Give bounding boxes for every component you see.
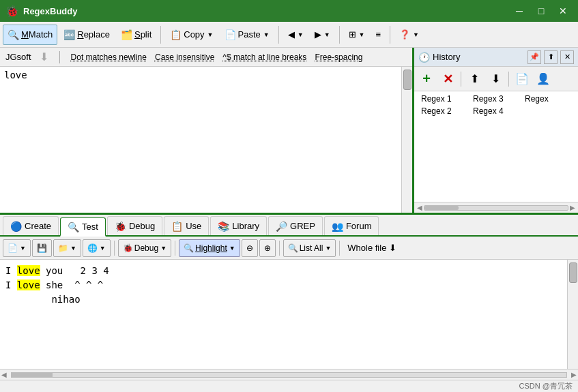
history-scrollbar[interactable]: ◀ ▶ <box>414 202 578 213</box>
hist-sep-2 <box>508 72 509 87</box>
test-tab-label: Test <box>82 222 98 232</box>
history-pin-button[interactable]: 📌 <box>528 50 541 64</box>
tab-forum[interactable]: 👥 Forum <box>324 216 379 235</box>
debug-label: Debug <box>134 243 158 253</box>
regex-scrollbar-thumb[interactable] <box>403 70 411 90</box>
tab-grep[interactable]: 🔎 GREP <box>268 216 323 235</box>
scroll-thumb[interactable] <box>424 206 459 210</box>
list-all-dropdown: ▼ <box>325 245 331 252</box>
history-col2-header[interactable]: Regex 3 <box>470 93 522 104</box>
test-scrollbar[interactable] <box>567 260 578 369</box>
bottom-scrollbar[interactable]: ◀ ▶ <box>0 369 578 380</box>
app-icon: 🐞 <box>5 5 19 18</box>
grep-tab-label: GREP <box>290 221 315 231</box>
search-icon: 🔍 <box>288 243 298 253</box>
history-detach-button[interactable]: ⬆ <box>544 50 558 64</box>
test-area[interactable]: I love you 2 3 4 I love she ^ ^ ^ nihao <box>0 260 567 369</box>
minimize-button[interactable]: ─ <box>510 3 529 18</box>
bottom-scroll-thumb[interactable] <box>12 373 53 377</box>
history-col3-header[interactable]: Regex <box>522 93 574 104</box>
split-button[interactable]: 🗂️ Split <box>116 25 156 45</box>
test-scrollbar-thumb[interactable] <box>569 262 577 283</box>
zoom-out-button[interactable]: ⊖ <box>242 239 258 257</box>
grid-icon: ⊞ <box>349 29 356 40</box>
regex-content: love <box>4 70 27 80</box>
history-down-button[interactable]: ⬇ <box>486 70 505 88</box>
history-close-button[interactable]: ✕ <box>560 50 574 64</box>
highlight-button[interactable]: 🔍 Highlight ▼ <box>179 239 240 257</box>
bottom-scroll-right[interactable]: ▶ <box>570 371 578 378</box>
debug-button[interactable]: 🐞 Debug ▼ <box>118 239 171 257</box>
line3-content: nihao <box>5 294 81 305</box>
jgsoft-selector[interactable]: JGsoft <box>5 52 31 62</box>
test-tab-icon: 🔍 <box>68 222 79 232</box>
close-button[interactable]: ✕ <box>553 3 573 18</box>
tab-use[interactable]: 📋 Use <box>164 216 209 235</box>
regex-panel: JGsoft ⬇ Dot matches newline Case insens… <box>0 48 414 213</box>
bottom-scroll-left[interactable]: ◀ <box>0 371 8 378</box>
line1-match: love <box>17 265 40 276</box>
match-button[interactable]: 🔍 MMatch <box>3 25 57 45</box>
scroll-track <box>424 205 568 211</box>
open-dropdown: ▼ <box>70 245 76 252</box>
history-delete-button[interactable]: ✕ <box>438 70 457 88</box>
library-tab-icon: 📚 <box>218 221 229 232</box>
zoom-in-icon: ⊕ <box>264 243 271 253</box>
highlight-label: Highlight <box>195 243 227 253</box>
line1-suffix: you 2 3 4 <box>40 265 109 276</box>
options-bar: JGsoft ⬇ Dot matches newline Case insens… <box>0 48 412 67</box>
paste-dropdown-arrow: ▼ <box>263 31 270 38</box>
debug-tab-label: Debug <box>129 221 155 231</box>
tab-library[interactable]: 📚 Library <box>210 216 267 235</box>
forward-dropdown-arrow: ▼ <box>324 31 330 38</box>
new-file-button[interactable]: 📄 ▼ <box>3 239 31 257</box>
regex-editor[interactable]: love <box>0 67 401 213</box>
debug-tab-icon: 🐞 <box>115 221 126 232</box>
replace-button[interactable]: 🔤 Replace <box>59 25 115 45</box>
down-icon: ⬇ <box>491 72 500 85</box>
history-up-button[interactable]: ⬆ <box>465 70 484 88</box>
case-insensitive-option[interactable]: Case insensitive <box>155 52 214 62</box>
tab-debug[interactable]: 🐞 Debug <box>107 216 162 235</box>
paste-button[interactable]: 📄 Paste ▼ <box>220 25 274 45</box>
copy-button[interactable]: 📋 Copy ▼ <box>165 25 218 45</box>
debug-dropdown: ▼ <box>160 245 167 252</box>
forward-icon: ▶ <box>315 29 321 40</box>
history-user-button[interactable]: 👤 <box>534 70 553 88</box>
back-button[interactable]: ◀ ▼ <box>283 25 308 45</box>
up-icon: ⬆ <box>470 72 479 85</box>
history-add-button[interactable]: + <box>417 70 436 88</box>
grid-button[interactable]: ⊞ ▼ <box>344 25 370 45</box>
forward-button[interactable]: ▶ ▼ <box>310 25 335 45</box>
use-tab-icon: 📋 <box>171 221 183 232</box>
delete-icon: ✕ <box>443 72 453 87</box>
scroll-right-arrow[interactable]: ▶ <box>568 204 577 211</box>
toolbar-separator-1 <box>160 26 161 44</box>
caret-dollar-option[interactable]: ^$ match at line breaks <box>222 52 306 62</box>
dot-newline-option[interactable]: Dot matches newline <box>71 52 147 62</box>
history-panel: 🕐 History 📌 ⬆ ✕ + ✕ ⬆ ⬇ 📄 <box>414 48 578 213</box>
scroll-left-arrow[interactable]: ◀ <box>416 204 424 211</box>
history-col1-header[interactable]: Regex 1 <box>418 93 470 104</box>
history-row2-col1[interactable]: Regex 2 <box>418 106 470 117</box>
tab-create[interactable]: 🔵 Create <box>3 216 59 235</box>
replace-label: Replace <box>77 29 110 40</box>
split-label: Split <box>134 29 151 40</box>
save-button[interactable]: 💾 <box>32 239 52 257</box>
open-button[interactable]: 📁 ▼ <box>53 239 81 257</box>
zoom-in-button[interactable]: ⊕ <box>259 239 276 257</box>
history-page-button[interactable]: 📄 <box>512 70 532 88</box>
tab-test[interactable]: 🔍 Test <box>60 217 106 237</box>
history-row2-col2[interactable]: Regex 4 <box>470 106 522 117</box>
web-button[interactable]: 🌐 ▼ <box>83 239 111 257</box>
list-button[interactable]: ≡ <box>371 25 386 45</box>
free-spacing-option[interactable]: Free-spacing <box>315 52 362 62</box>
test-sep-2 <box>175 241 175 256</box>
help-button[interactable]: ❓ ▼ <box>394 25 424 45</box>
line2-prefix: I <box>5 280 17 290</box>
open-icon: 📁 <box>58 243 68 253</box>
new-file-dropdown: ▼ <box>20 245 26 252</box>
regex-scrollbar[interactable] <box>401 67 412 213</box>
maximize-button[interactable]: □ <box>532 3 551 18</box>
search-button[interactable]: 🔍 List All ▼ <box>283 239 336 257</box>
